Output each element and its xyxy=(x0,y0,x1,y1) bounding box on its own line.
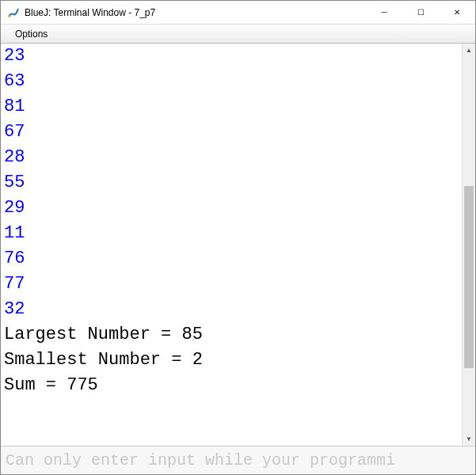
terminal-output[interactable]: 2363816728552911767732Largest Number = 8… xyxy=(1,44,462,446)
terminal-container: 2363816728552911767732Largest Number = 8… xyxy=(1,44,475,446)
terminal-line: 28 xyxy=(4,145,459,170)
app-icon xyxy=(7,6,20,19)
scroll-up-arrow[interactable]: ▲ xyxy=(463,44,475,57)
titlebar[interactable]: BlueJ: Terminal Window - 7_p7 ─ ☐ ✕ xyxy=(1,1,475,25)
terminal-line: 81 xyxy=(4,94,459,120)
scroll-down-arrow[interactable]: ▼ xyxy=(463,432,475,446)
scroll-thumb[interactable] xyxy=(464,186,474,368)
terminal-line: 63 xyxy=(4,69,459,94)
window-title: BlueJ: Terminal Window - 7_p7 xyxy=(25,7,366,18)
menubar: Options xyxy=(1,25,475,44)
terminal-line: 55 xyxy=(4,170,459,196)
maximize-button[interactable]: ☐ xyxy=(402,1,439,24)
minimize-button[interactable]: ─ xyxy=(366,1,402,24)
terminal-line: Sum = 775 xyxy=(4,373,459,398)
terminal-line: Largest Number = 85 xyxy=(4,322,459,348)
vertical-scrollbar[interactable]: ▲ ▼ xyxy=(462,44,475,446)
terminal-line: 67 xyxy=(4,120,459,145)
terminal-line: 77 xyxy=(4,272,459,297)
terminal-line: 23 xyxy=(4,44,459,69)
svg-point-0 xyxy=(9,14,11,17)
close-button[interactable]: ✕ xyxy=(439,1,475,24)
terminal-line: 29 xyxy=(4,196,459,221)
terminal-line: 32 xyxy=(4,297,459,322)
terminal-line: Smallest Number = 2 xyxy=(4,348,459,373)
terminal-line: 76 xyxy=(4,246,459,272)
terminal-input[interactable]: Can only enter input while your programm… xyxy=(1,446,475,474)
terminal-line: 11 xyxy=(4,221,459,246)
window-controls: ─ ☐ ✕ xyxy=(366,1,475,24)
menu-options[interactable]: Options xyxy=(9,27,54,41)
